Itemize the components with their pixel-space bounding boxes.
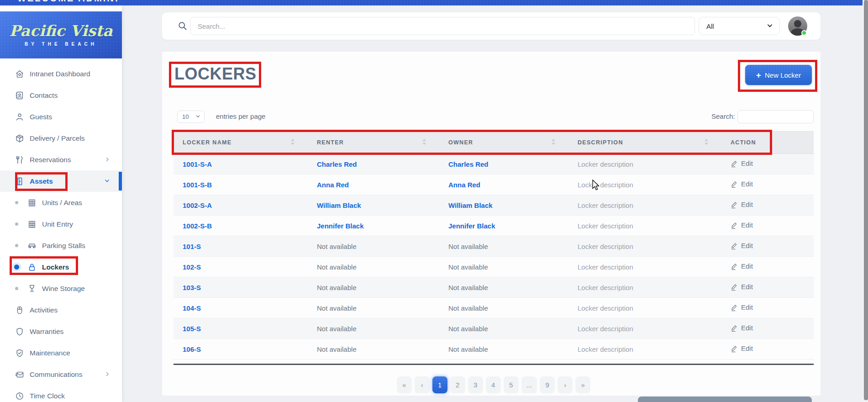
locker-name-link[interactable]: 1002-S-B xyxy=(174,216,308,236)
sidebar-item[interactable]: Maintenance xyxy=(0,342,122,364)
filter-dropdown[interactable]: All xyxy=(699,17,780,35)
edit-button[interactable]: Edit xyxy=(731,262,753,270)
table-row: 105-S Not available Not available Locker… xyxy=(174,318,814,339)
scrollbar-thumb[interactable] xyxy=(864,0,868,400)
sidebar-item[interactable]: Assets xyxy=(0,170,122,192)
cabinet-icon xyxy=(15,177,24,186)
sidebar-item[interactable]: Communications xyxy=(0,364,122,385)
locker-name-link[interactable]: 103-S xyxy=(174,277,308,298)
locker-name-link[interactable]: 1001-S-B xyxy=(174,175,308,195)
owner-cell: Not available xyxy=(439,277,568,298)
renter-cell: Not available xyxy=(308,318,439,339)
new-locker-button[interactable]: + New Locker xyxy=(745,65,812,85)
pagination-button[interactable]: « xyxy=(397,376,412,393)
car-icon xyxy=(27,241,37,250)
edit-button[interactable]: Edit xyxy=(731,303,753,311)
pencil-icon xyxy=(731,304,738,311)
bullet-icon xyxy=(15,222,18,226)
pagination-button[interactable]: 1 xyxy=(432,376,447,393)
sidebar-item[interactable]: Parking Stalls xyxy=(0,235,122,256)
locker-name-link[interactable]: 106-S xyxy=(174,339,308,360)
owner-cell[interactable]: Charles Red xyxy=(439,154,568,175)
renter-cell: Not available xyxy=(308,277,439,298)
online-status-dot xyxy=(801,30,807,36)
sidebar-item[interactable]: Wine Storage xyxy=(0,278,122,299)
sidebar-item-label: Intranet Dashboard xyxy=(30,70,90,78)
renter-cell[interactable]: Charles Red xyxy=(308,154,439,175)
topbar: All xyxy=(162,12,821,40)
table-row: 102-S Not available Not available Locker… xyxy=(174,257,814,277)
column-header[interactable]: OWNER xyxy=(439,132,568,154)
toast-peek xyxy=(638,397,812,402)
pagination-button[interactable]: ... xyxy=(521,376,537,393)
pencil-icon xyxy=(731,242,738,249)
owner-cell[interactable]: Jennifer Black xyxy=(439,216,568,236)
edit-button[interactable]: Edit xyxy=(731,324,753,332)
search-input[interactable] xyxy=(190,17,695,35)
chevron-right-icon xyxy=(105,370,110,379)
locker-name-link[interactable]: 1002-S-A xyxy=(174,195,308,216)
column-header[interactable]: ACTION xyxy=(721,132,814,154)
sidebar-item[interactable]: Time Clock xyxy=(0,385,122,402)
table-search-input[interactable] xyxy=(737,110,814,123)
pagination-button[interactable]: 3 xyxy=(468,376,483,393)
pencil-icon xyxy=(731,222,738,229)
sidebar-item[interactable]: Activities xyxy=(0,299,122,321)
description-cell: Locker description xyxy=(568,236,721,257)
locker-name-link[interactable]: 104-S xyxy=(174,298,308,318)
sidebar-item[interactable]: Units / Areas xyxy=(0,192,122,213)
table-header-row: LOCKER NAME RENTER OWNER xyxy=(174,132,814,154)
column-header[interactable]: RENTER xyxy=(308,132,439,154)
pencil-icon xyxy=(731,160,738,167)
sidebar-item[interactable]: Guests xyxy=(0,106,122,127)
brand-name: Pacific Vista xyxy=(9,23,112,38)
column-header[interactable]: LOCKER NAME xyxy=(174,132,308,154)
page-title: LOCKERS xyxy=(174,64,257,84)
sidebar-item[interactable]: Unit Entry xyxy=(0,213,122,235)
renter-cell[interactable]: Anna Red xyxy=(308,175,439,195)
pagination-button[interactable]: 9 xyxy=(540,376,555,393)
pagination-button[interactable]: 5 xyxy=(504,376,519,393)
chevron-down-icon xyxy=(767,22,773,30)
sidebar-item[interactable]: Warranties xyxy=(0,321,122,342)
page-scrollbar[interactable] xyxy=(863,0,868,402)
edit-button[interactable]: Edit xyxy=(731,180,753,188)
sidebar-item-label: Unit Entry xyxy=(42,220,73,228)
pagination-button[interactable]: 4 xyxy=(486,376,501,393)
sidebar-nav: Intranet Dashboard Contacts xyxy=(0,63,122,402)
sidebar-item-label: Guests xyxy=(30,113,52,121)
pagination-button[interactable]: 2 xyxy=(450,376,465,393)
pencil-icon xyxy=(731,201,738,208)
renter-cell[interactable]: William Black xyxy=(308,195,439,216)
sidebar-item[interactable]: Reservations xyxy=(0,149,122,170)
page-size-select[interactable]: 10 xyxy=(177,111,205,123)
pencil-icon xyxy=(731,263,738,270)
pagination-button[interactable]: » xyxy=(575,376,590,393)
locker-name-link[interactable]: 105-S xyxy=(174,318,308,339)
column-header[interactable]: DESCRIPTION xyxy=(568,132,721,154)
edit-button[interactable]: Edit xyxy=(731,159,753,167)
renter-cell[interactable]: Jennifer Black xyxy=(308,216,439,236)
sidebar-item[interactable]: Delivery / Parcels xyxy=(0,127,122,149)
sidebar-item[interactable]: Lockers xyxy=(0,256,122,278)
sidebar-item-label: Wine Storage xyxy=(42,285,85,293)
edit-button[interactable]: Edit xyxy=(731,344,753,352)
locker-name-link[interactable]: 1001-S-A xyxy=(174,154,308,175)
pagination-button[interactable]: › xyxy=(558,376,573,393)
pagination-button[interactable]: ‹ xyxy=(415,376,430,393)
owner-cell[interactable]: Anna Red xyxy=(439,175,568,195)
avatar-silhouette xyxy=(794,20,801,27)
sidebar-item-label: Lockers xyxy=(42,263,69,271)
edit-button[interactable]: Edit xyxy=(731,201,753,208)
wine-icon xyxy=(27,284,37,293)
edit-button[interactable]: Edit xyxy=(731,283,753,291)
welcome-text: WELCOME ADMIN! xyxy=(17,0,119,4)
edit-button[interactable]: Edit xyxy=(731,242,753,249)
locker-name-link[interactable]: 101-S xyxy=(174,236,308,257)
sidebar-item[interactable]: Intranet Dashboard xyxy=(0,63,122,85)
locker-name-link[interactable]: 102-S xyxy=(174,257,308,277)
owner-cell[interactable]: William Black xyxy=(439,195,568,216)
sidebar-item[interactable]: Contacts xyxy=(0,85,122,106)
edit-button[interactable]: Edit xyxy=(731,221,753,229)
table-row: 1001-S-B Anna Red Anna Red Locker descri… xyxy=(174,175,814,195)
